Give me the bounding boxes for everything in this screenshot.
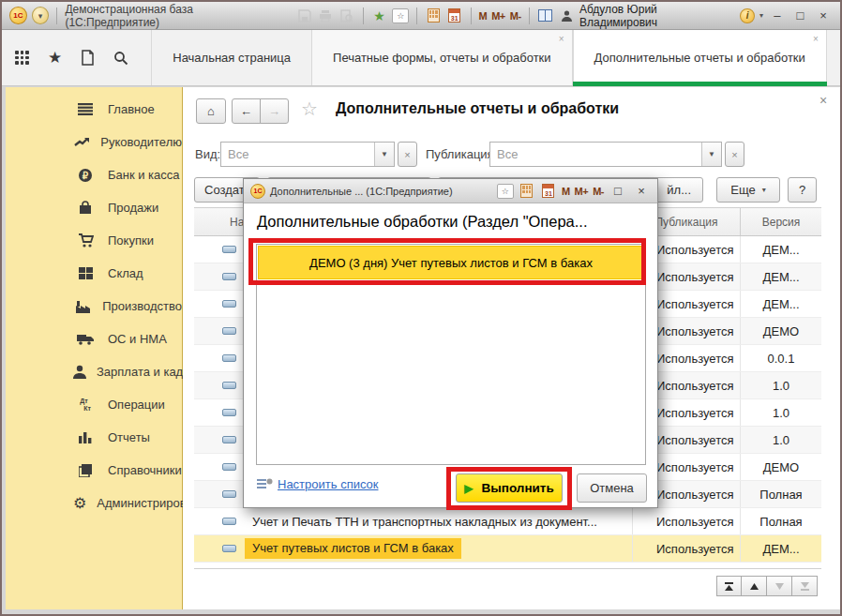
sidebar-label: Производство <box>102 299 182 313</box>
go-up-button[interactable] <box>742 576 767 596</box>
history-icon[interactable] <box>81 50 95 66</box>
ruble-coin-icon: ₽ <box>73 168 98 183</box>
sidebar-item-production[interactable]: Производство <box>6 290 182 323</box>
memory-m-button[interactable]: M <box>479 10 488 22</box>
sidebar-item-bank-cash[interactable]: ₽ Банк и касса <box>6 158 182 191</box>
current-user[interactable]: Абдулов Юрий Владимирович <box>579 3 735 29</box>
forward-button[interactable]: → <box>260 98 289 124</box>
dialog-close-button[interactable]: × <box>632 184 651 198</box>
processing-icon <box>222 409 236 416</box>
person-icon <box>73 365 86 379</box>
tab-home[interactable]: Начальная страница <box>151 30 311 85</box>
sidebar-item-purchases[interactable]: Покупки <box>6 224 182 257</box>
sidebar-item-manager[interactable]: Руководителю <box>6 126 182 158</box>
dropdown-arrow-icon[interactable]: ▼ <box>374 143 394 166</box>
bar-chart-icon <box>73 431 98 443</box>
play-icon: ▶ <box>464 482 473 495</box>
hamburger-icon <box>73 103 98 115</box>
dropdown-arrow-icon[interactable]: ▼ <box>701 143 721 166</box>
tab-close-icon[interactable]: × <box>559 35 564 44</box>
cancel-button[interactable]: Отмена <box>577 473 647 503</box>
favorites-icon[interactable]: ☆ <box>392 8 409 23</box>
page-close-icon[interactable]: × <box>819 93 827 108</box>
maximize-button[interactable]: □ <box>791 8 810 23</box>
favorites-star-icon[interactable]: ★ <box>48 48 62 68</box>
column-header-version[interactable]: Версия <box>740 208 821 235</box>
dialog-titlebar: 1С Дополнительные ... (1С:Предприятие) ☆… <box>244 179 657 203</box>
print-icon <box>317 8 334 24</box>
1c-logo-icon: 1С <box>9 7 27 24</box>
publication-filter-combobox[interactable]: Все ▼ <box>489 142 722 167</box>
tab-print-forms[interactable]: Печатные формы, отчеты и обработки × <box>311 30 573 85</box>
calculator-icon[interactable] <box>425 8 442 24</box>
split-view-icon[interactable] <box>537 8 554 24</box>
home-button[interactable]: ⌂ <box>196 98 226 124</box>
processing-icon <box>222 463 236 471</box>
help-button[interactable]: ? <box>788 177 817 203</box>
save-icon <box>296 8 313 24</box>
tab-additional-reports[interactable]: Дополнительные отчеты и обработки × <box>573 30 827 85</box>
publication-filter-value: Все <box>490 147 701 161</box>
calculator-icon[interactable] <box>519 183 535 200</box>
sidebar-item-sales[interactable]: Продажи <box>6 191 182 224</box>
calendar-icon[interactable]: 31 <box>540 183 557 200</box>
favorites-icon[interactable]: ☆ <box>497 184 514 199</box>
kind-filter-clear-button[interactable]: × <box>398 142 417 167</box>
sidebar-label: Продажи <box>108 201 158 215</box>
processings-list[interactable]: ДЕМО (3 дня) Учет путевых листов и ГСМ в… <box>256 244 646 465</box>
search-icon[interactable] <box>113 51 128 66</box>
close-button[interactable]: × <box>814 8 833 23</box>
sidebar-label: Отчеты <box>108 430 150 444</box>
chevron-down-icon[interactable]: ▾ <box>759 11 763 20</box>
sidebar-label: Покупки <box>108 233 154 248</box>
configure-list-link[interactable]: Настроить список <box>278 477 379 491</box>
publication-filter-clear-button[interactable]: × <box>725 142 744 167</box>
sidebar-item-payroll-hr[interactable]: Зарплата и кадры <box>6 355 182 388</box>
memory-m-minus-button[interactable]: M- <box>593 186 604 197</box>
go-down-button[interactable] <box>767 576 792 596</box>
go-first-button[interactable] <box>716 576 742 596</box>
tab-label: Дополнительные отчеты и обработки <box>594 51 805 65</box>
memory-m-button[interactable]: M <box>562 186 570 197</box>
publication-filter-label: Публикация: <box>426 147 497 161</box>
shopping-bag-icon <box>73 201 98 215</box>
memory-m-plus-button[interactable]: M+ <box>491 10 505 22</box>
memory-m-plus-button[interactable]: M+ <box>575 186 589 197</box>
table-row[interactable]: Учет и Печать ТТН и транспортных накладн… <box>194 508 821 535</box>
processing-list-item[interactable]: ДЕМО (3 дня) Учет путевых листов и ГСМ в… <box>258 246 644 279</box>
sidebar-item-reports[interactable]: Отчеты <box>6 421 182 454</box>
sidebar-item-catalogs[interactable]: Справочники <box>6 454 182 487</box>
calendar-icon[interactable]: 31 <box>446 8 463 24</box>
sidebar-item-fixed-assets[interactable]: ОС и НМА <box>6 323 182 355</box>
sidebar-item-warehouse[interactable]: Склад <box>6 257 182 290</box>
sidebar-label: ОС и НМА <box>108 332 167 346</box>
sidebar-item-operations[interactable]: ДтКт Операции <box>6 388 182 421</box>
titlebar: 1С ▾ Демонстрационная база (1С:Предприят… <box>2 2 840 30</box>
configure-list-icon <box>257 477 273 491</box>
kind-filter-combobox[interactable]: Все ▼ <box>220 142 395 167</box>
sidebar-item-main[interactable]: Главное <box>6 93 182 126</box>
go-last-button[interactable] <box>792 576 818 596</box>
memory-m-minus-button[interactable]: M- <box>510 10 521 22</box>
table-row-selected[interactable]: Учет путевых листов и ГСМ в бакахИспольз… <box>194 535 821 563</box>
info-icon[interactable]: i <box>740 8 755 23</box>
tab-close-icon[interactable]: × <box>813 35 819 44</box>
sections-grid-icon[interactable] <box>15 51 29 65</box>
processing-icon <box>222 300 236 308</box>
minimize-button[interactable]: – <box>768 8 787 23</box>
1c-logo-icon: 1С <box>250 184 265 199</box>
main-menu-button[interactable]: ▾ <box>32 7 50 24</box>
run-button[interactable]: ▶ Выполнить <box>456 473 563 503</box>
divider <box>529 8 530 24</box>
processing-icon <box>222 490 236 498</box>
tab-label: Начальная страница <box>173 51 291 65</box>
back-button[interactable]: ← <box>232 98 261 124</box>
add-favorite-star-icon[interactable]: ★ <box>371 8 388 24</box>
sidebar-item-administration[interactable]: ⚙ Администрирование <box>6 487 182 519</box>
factory-icon <box>73 300 92 313</box>
debit-credit-icon: ДтКт <box>73 398 98 412</box>
favorite-page-star-icon[interactable]: ☆ <box>301 98 318 120</box>
page-title: Дополнительные отчеты и обработки <box>336 100 619 117</box>
more-button[interactable]: Еще ▾ <box>716 177 780 203</box>
dialog-maximize-button[interactable]: □ <box>609 184 627 198</box>
